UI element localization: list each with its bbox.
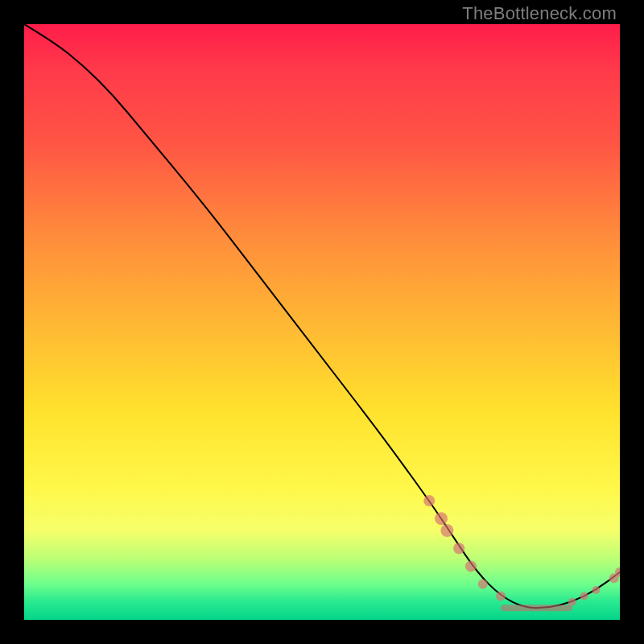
highlighted-point <box>568 598 576 606</box>
bottleneck-curve-plot <box>24 24 620 620</box>
highlighted-point <box>435 512 448 525</box>
highlighted-point <box>592 586 600 594</box>
valley-cluster-band <box>501 605 572 611</box>
highlighted-point <box>423 495 435 506</box>
highlighted-point <box>580 592 588 600</box>
watermark-label: TheBottleneck.com <box>462 3 617 24</box>
highlighted-points-group <box>423 495 620 606</box>
chart-frame <box>24 24 620 620</box>
highlighted-point <box>496 591 506 601</box>
highlighted-point <box>478 580 488 589</box>
highlighted-point <box>453 543 464 554</box>
highlighted-point <box>465 560 477 572</box>
highlighted-point <box>440 524 453 537</box>
bottleneck-curve <box>24 24 620 608</box>
